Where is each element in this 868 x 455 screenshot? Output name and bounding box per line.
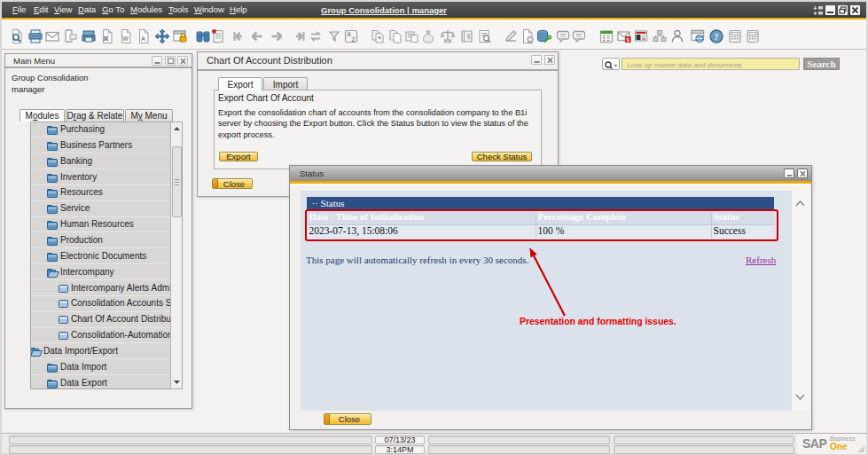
svg-text:A: A: [141, 35, 145, 42]
svg-text:W: W: [122, 35, 129, 42]
svg-text:A: A: [347, 31, 351, 37]
svg-text:$: $: [467, 33, 471, 41]
svg-text:Z: Z: [352, 36, 356, 43]
svg-text:?: ?: [715, 32, 719, 42]
